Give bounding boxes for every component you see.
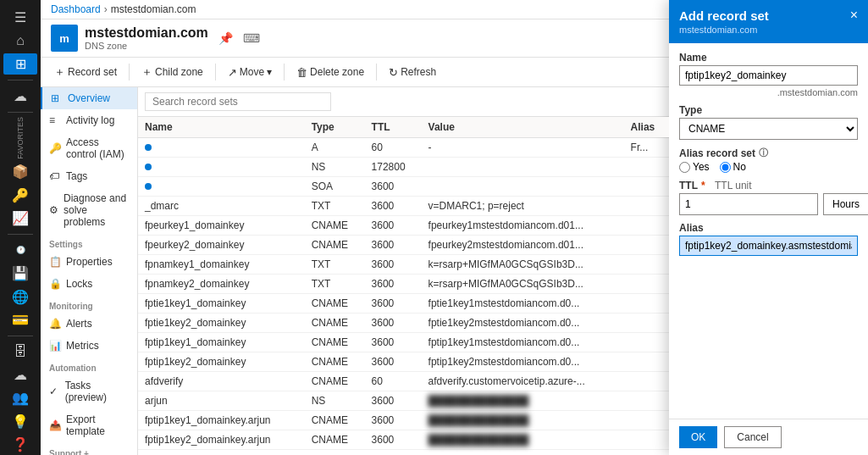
cell-alias (624, 197, 669, 216)
table-row[interactable]: fptie1key2_domainkeyCNAME3600fptie1key2m… (138, 314, 669, 333)
panel-footer: OK Cancel (669, 419, 868, 455)
nav-properties[interactable]: 📋 Properties (41, 251, 137, 273)
alias-yes-radio[interactable] (679, 162, 690, 173)
cell-type: NS (305, 158, 365, 177)
ok-button[interactable]: OK (679, 426, 717, 448)
table-row[interactable]: fptip1key2_domainkey.arjunCNAME3600█████… (138, 430, 669, 450)
cell-value: fptie1key2mstestdomiancom.d0... (422, 314, 624, 333)
nav-export-template[interactable]: 📤 Export template (41, 408, 137, 442)
ttl-input[interactable] (679, 193, 818, 215)
refresh-button[interactable]: ↻ Refresh (382, 63, 443, 82)
cell-type: CNAME (305, 236, 365, 255)
gnav-help[interactable]: ❓ (3, 434, 37, 455)
breadcrumb: Dashboard › mstestdomian.com (41, 0, 669, 19)
gnav-advisor[interactable]: 💡 (3, 411, 37, 432)
nav-iam[interactable]: 🔑 Access control (IAM) (41, 131, 137, 165)
gnav-all-resources[interactable]: 📦 (3, 161, 37, 182)
gnav-appservices[interactable]: 🌐 (3, 286, 37, 307)
table-row[interactable]: fptip1key1_domainkey.arjunCNAME3600█████… (138, 411, 669, 430)
cell-ttl: 60 (365, 372, 422, 391)
record-status-dot (145, 144, 152, 151)
cell-type: A (305, 138, 365, 158)
nav-alerts[interactable]: 🔔 Alerts (41, 313, 137, 335)
cell-type: SOA (305, 177, 365, 197)
cell-name (138, 158, 305, 177)
cell-alias (624, 411, 669, 430)
dns-pin-icon[interactable]: 📌 (218, 31, 233, 45)
gnav-cloud-services[interactable]: ☁ (3, 364, 37, 386)
gnav-all-services[interactable]: ☁ (3, 86, 37, 107)
name-input[interactable] (679, 65, 858, 86)
nav-diagnose[interactable]: ⚙ Diagnose and solve problems (41, 187, 137, 233)
nav-overview[interactable]: ⊞ Overview (41, 87, 137, 109)
panel-close-button[interactable]: × (850, 8, 858, 22)
type-select[interactable]: CNAME A AAAA CAA MX NS PTR SOA SRV TXT (679, 118, 858, 140)
gnav-storage[interactable]: 💾 (3, 263, 37, 284)
table-row[interactable]: A60-Fr... (138, 138, 669, 158)
alias-field-label: Alias (679, 222, 858, 234)
table-row[interactable]: _dmarcTXT3600v=DMARC1; p=reject (138, 197, 669, 216)
activity-log-label: Activity log (66, 114, 114, 126)
nav-tasks[interactable]: ✓ Tasks (preview) (41, 375, 137, 408)
cell-type: CNAME (305, 411, 365, 430)
add-record-set-button[interactable]: ＋ Record set (47, 61, 124, 83)
cell-type: TXT (305, 450, 365, 456)
ttl-unit-select[interactable]: Hours Seconds Minutes Days (823, 193, 868, 215)
refresh-icon: ↻ (389, 66, 398, 79)
breadcrumb-dashboard[interactable]: Dashboard (51, 3, 101, 15)
table-row[interactable]: fpnamkey2_domainkeyTXT3600k=rsarp+MIGfMA… (138, 275, 669, 294)
gnav-menu[interactable]: ☰ (3, 7, 37, 28)
table-row[interactable]: arjunNS3600██████████████ (138, 391, 669, 411)
record-status-dot (145, 164, 152, 170)
nav-activity-log[interactable]: ≡ Activity log (41, 109, 137, 131)
alias-input[interactable] (679, 236, 858, 256)
delete-zone-button[interactable]: 🗑 Delete zone (290, 63, 371, 82)
table-row[interactable]: NS172800 (138, 158, 669, 177)
table-row[interactable]: fpnamkey1_domainkeyTXT3600k=rsarp+MIGfMA… (138, 255, 669, 275)
cell-value: fptie1key1mstestdomiancom.d0... (422, 294, 624, 314)
gnav-appinsights[interactable]: 📈 (3, 208, 37, 229)
table-row[interactable]: fptip1key1_domainkeyCNAME3600fptip1key1m… (138, 333, 669, 352)
alias-no-radio[interactable] (720, 162, 731, 173)
search-input[interactable] (145, 92, 331, 111)
cell-alias (624, 391, 669, 411)
alias-yes-option[interactable]: Yes (679, 161, 710, 173)
table-row[interactable]: crmTXT3600msfpkey=3yy8igIlymyfp4dwsgy s.… (138, 450, 669, 456)
alias-no-option[interactable]: No (720, 161, 746, 173)
gnav-aad[interactable]: 👥 (3, 387, 37, 408)
cell-alias (624, 177, 669, 197)
cell-name: fpnamkey2_domainkey (138, 275, 305, 294)
cell-value: afdverify.customervoicetip.azure-... (422, 372, 624, 391)
table-row[interactable]: SOA3600 (138, 177, 669, 197)
cell-ttl: 3600 (365, 450, 422, 456)
cell-ttl: 172800 (365, 158, 422, 177)
nav-metrics[interactable]: 📊 Metrics (41, 335, 137, 357)
gnav-subscriptions[interactable]: 💳 (3, 309, 37, 330)
iam-icon: 🔑 (49, 142, 61, 154)
gnav-recent[interactable]: 🕐 (3, 240, 37, 261)
move-button[interactable]: ↗ Move ▾ (221, 63, 279, 82)
dns-title-group: mstestdomian.com DNS zone (85, 25, 208, 51)
gnav-keyvaults[interactable]: 🔑 (3, 185, 37, 206)
table-row[interactable]: fptip1key2_domainkeyCNAME3600fptip1key2m… (138, 352, 669, 372)
table-row[interactable]: afdverifyCNAME60afdverify.customervoicet… (138, 372, 669, 391)
gnav-home[interactable]: ⌂ (3, 30, 37, 51)
child-zone-button[interactable]: ＋ Child zone (135, 61, 210, 83)
cell-value: k=rsarp+MIGfMA0GCSqGSIb3D... (422, 275, 624, 294)
toolbar-sep3 (284, 64, 285, 80)
dns-shell-icon[interactable]: ⌨ (243, 31, 260, 45)
table-row[interactable]: fpeurkey1_domainkeyCNAME3600fpeurkey1mst… (138, 216, 669, 236)
export-label: Export template (66, 413, 129, 437)
gnav-sqldbs[interactable]: 🗄 (3, 341, 37, 363)
nav-locks[interactable]: 🔒 Locks (41, 273, 137, 295)
name-field-label: Name (679, 52, 858, 64)
cancel-button[interactable]: Cancel (724, 426, 781, 448)
gnav-separator (8, 80, 33, 80)
cell-value (422, 177, 624, 197)
cell-ttl: 3600 (365, 314, 422, 333)
gnav-dashboard[interactable]: ⊞ (3, 53, 37, 75)
nav-tags[interactable]: 🏷 Tags (41, 165, 137, 187)
table-row[interactable]: fptie1key1_domainkeyCNAME3600fptie1key1m… (138, 294, 669, 314)
table-row[interactable]: fpeurkey2_domainkeyCNAME3600fpeurkey2mst… (138, 236, 669, 255)
cell-ttl: 3600 (365, 197, 422, 216)
